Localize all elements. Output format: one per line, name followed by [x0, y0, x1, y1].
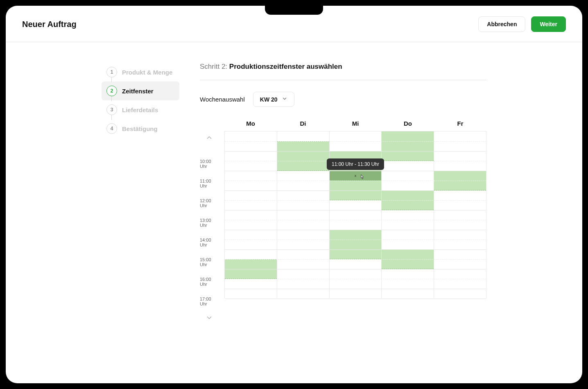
device-notch: [265, 6, 323, 15]
available-timeslot[interactable]: [434, 171, 486, 190]
stepper-item-4[interactable]: 4Bestätigung: [102, 119, 179, 138]
day-column: [434, 131, 486, 298]
step-number: 3: [106, 104, 117, 115]
time-label: 14:00 Uhr: [200, 233, 219, 252]
time-label: 16:00 Uhr: [200, 272, 219, 292]
step-number: 4: [106, 123, 117, 134]
chevron-down-icon: [282, 96, 287, 103]
calendar-grid[interactable]: x11:00 Uhr - 11:30 Uhr: [224, 131, 486, 298]
day-header: Mi: [329, 120, 382, 127]
calendar: MoDiMiDoFr10:00 Uhr11:00 Uhr12:00 Uhr13:…: [200, 120, 486, 324]
time-label: 12:00 Uhr: [200, 193, 219, 213]
stepper-nav: 1Produkt & Menge2Zeitfenster3Lieferdetai…: [102, 63, 179, 324]
next-button[interactable]: Weiter: [531, 16, 566, 32]
stepper-item-1[interactable]: 1Produkt & Menge: [102, 63, 179, 81]
week-label: Wochenauswahl: [200, 96, 245, 103]
page-title: Neuer Auftrag: [22, 20, 77, 29]
time-label: 11:00 Uhr: [200, 174, 219, 193]
section-title: Schritt 2: Produktionszeitfenster auswäh…: [200, 63, 486, 80]
step-label: Bestätigung: [122, 125, 158, 132]
time-label: 15:00 Uhr: [200, 252, 219, 272]
day-header: Mo: [224, 120, 277, 127]
close-icon[interactable]: x: [355, 174, 357, 178]
day-column: x11:00 Uhr - 11:30 Uhr: [330, 131, 382, 298]
scroll-up-icon[interactable]: [204, 133, 214, 142]
week-value: KW 20: [260, 96, 278, 103]
stepper-item-3[interactable]: 3Lieferdetails: [102, 100, 179, 119]
week-select[interactable]: KW 20: [253, 92, 294, 107]
step-number: 2: [106, 86, 117, 96]
stepper-item-2[interactable]: 2Zeitfenster: [102, 81, 179, 100]
timeslot-tooltip: 11:00 Uhr - 11:30 Uhr: [327, 158, 384, 170]
available-timeslot[interactable]: [225, 259, 277, 279]
time-label: 10:00 Uhr: [200, 154, 219, 174]
cancel-button[interactable]: Abbrechen: [478, 16, 525, 32]
scroll-down-icon[interactable]: [204, 313, 214, 323]
day-header: Do: [382, 120, 434, 127]
time-label: 17:00 Uhr: [200, 292, 219, 311]
available-timeslot[interactable]: [382, 190, 434, 210]
day-column: [277, 131, 330, 298]
step-number: 1: [106, 67, 117, 77]
selected-timeslot[interactable]: x: [330, 171, 382, 181]
available-timeslot[interactable]: [382, 249, 434, 269]
day-header: Di: [277, 120, 329, 127]
available-timeslot[interactable]: [277, 141, 329, 171]
available-timeslot[interactable]: [382, 131, 434, 161]
step-label: Lieferdetails: [122, 106, 158, 113]
day-header: Fr: [434, 120, 486, 127]
available-timeslot[interactable]: [330, 230, 382, 259]
day-column: [382, 131, 434, 298]
step-label: Zeitfenster: [122, 88, 154, 95]
day-column: [225, 131, 277, 298]
step-label: Produkt & Menge: [122, 69, 172, 76]
time-label: 13:00 Uhr: [200, 213, 219, 233]
step-prefix: Schritt 2:: [200, 63, 227, 70]
step-title: Produktionszeitfenster auswählen: [229, 63, 342, 70]
